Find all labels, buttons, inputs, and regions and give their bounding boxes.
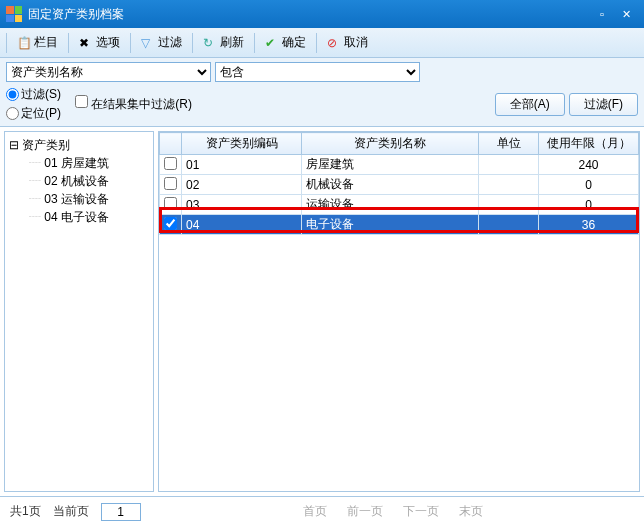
columns-icon: 📋: [17, 36, 31, 50]
ok-button[interactable]: ✔确定: [259, 32, 312, 53]
cell-name: 机械设备: [302, 175, 479, 195]
radio-locate[interactable]: 定位(P): [6, 105, 61, 122]
cell-unit: [479, 155, 539, 175]
row-checkbox[interactable]: [164, 157, 177, 170]
data-grid: 资产类别编码 资产类别名称 单位 使用年限（月） 01 房屋建筑 240 02 …: [159, 132, 639, 235]
cell-name: 电子设备: [302, 215, 479, 235]
tree-node[interactable]: 04 电子设备: [9, 208, 149, 226]
cell-code: 04: [182, 215, 302, 235]
radio-filter[interactable]: 过滤(S): [6, 86, 61, 103]
row-checkbox[interactable]: [164, 197, 177, 210]
options-button[interactable]: ✖选项: [73, 32, 126, 53]
cell-name: 运输设备: [302, 195, 479, 215]
tree-node[interactable]: 03 运输设备: [9, 190, 149, 208]
total-pages: 共1页: [10, 503, 41, 520]
tree-root[interactable]: 资产类别: [9, 136, 149, 154]
cell-code: 01: [182, 155, 302, 175]
table-row[interactable]: 03 运输设备 0: [160, 195, 639, 215]
app-icon: [6, 6, 22, 22]
cell-name: 房屋建筑: [302, 155, 479, 175]
filter-button[interactable]: ▽过滤: [135, 32, 188, 53]
titlebar: 固定资产类别档案 ▫ ✕: [0, 0, 644, 28]
first-page[interactable]: 首页: [303, 503, 327, 520]
gear-icon: ✖: [79, 36, 93, 50]
filter-bar: 资产类别名称 包含 过滤(S) 定位(P) 在结果集中过滤(R) 全部(A) 过…: [0, 58, 644, 127]
cell-life: 240: [539, 155, 639, 175]
next-page[interactable]: 下一页: [403, 503, 439, 520]
category-tree: 资产类别 01 房屋建筑02 机械设备03 运输设备04 电子设备: [4, 131, 154, 492]
do-filter-button[interactable]: 过滤(F): [569, 93, 638, 116]
columns-button[interactable]: 📋栏目: [11, 32, 64, 53]
all-button[interactable]: 全部(A): [495, 93, 565, 116]
col-code[interactable]: 资产类别编码: [182, 133, 302, 155]
cell-code: 03: [182, 195, 302, 215]
cancel-icon: ⊘: [327, 36, 341, 50]
cell-life: 36: [539, 215, 639, 235]
col-life[interactable]: 使用年限（月）: [539, 133, 639, 155]
grid-wrap: 资产类别编码 资产类别名称 单位 使用年限（月） 01 房屋建筑 240 02 …: [158, 131, 640, 492]
row-checkbox[interactable]: [164, 177, 177, 190]
funnel-icon: ▽: [141, 36, 155, 50]
table-row[interactable]: 01 房屋建筑 240: [160, 155, 639, 175]
cell-unit: [479, 195, 539, 215]
chk-in-result[interactable]: 在结果集中过滤(R): [75, 95, 192, 113]
table-row[interactable]: 02 机械设备 0: [160, 175, 639, 195]
tree-node[interactable]: 02 机械设备: [9, 172, 149, 190]
filter-mode-group: 过滤(S) 定位(P): [6, 86, 61, 122]
current-page-input[interactable]: [101, 503, 141, 521]
col-name[interactable]: 资产类别名称: [302, 133, 479, 155]
toolbar: 📋栏目 ✖选项 ▽过滤 ↻刷新 ✔确定 ⊘取消: [0, 28, 644, 58]
refresh-icon: ↻: [203, 36, 217, 50]
close-button[interactable]: ✕: [614, 4, 638, 24]
col-check[interactable]: [160, 133, 182, 155]
cancel-button[interactable]: ⊘取消: [321, 32, 374, 53]
current-page-label: 当前页: [53, 503, 89, 520]
cell-life: 0: [539, 195, 639, 215]
minimize-button[interactable]: ▫: [590, 4, 614, 24]
prev-page[interactable]: 前一页: [347, 503, 383, 520]
main-area: 资产类别 01 房屋建筑02 机械设备03 运输设备04 电子设备 资产类别编码…: [0, 127, 644, 497]
cell-unit: [479, 175, 539, 195]
pager: 共1页 当前页 首页 前一页 下一页 末页: [0, 497, 644, 526]
check-icon: ✔: [265, 36, 279, 50]
refresh-button[interactable]: ↻刷新: [197, 32, 250, 53]
filter-field-select[interactable]: 资产类别名称: [6, 62, 211, 82]
row-checkbox[interactable]: [164, 217, 177, 230]
tree-node[interactable]: 01 房屋建筑: [9, 154, 149, 172]
filter-op-select[interactable]: 包含: [215, 62, 420, 82]
window-title: 固定资产类别档案: [28, 6, 590, 23]
cell-unit: [479, 215, 539, 235]
table-row[interactable]: 04 电子设备 36: [160, 215, 639, 235]
cell-life: 0: [539, 175, 639, 195]
col-unit[interactable]: 单位: [479, 133, 539, 155]
last-page[interactable]: 末页: [459, 503, 483, 520]
cell-code: 02: [182, 175, 302, 195]
